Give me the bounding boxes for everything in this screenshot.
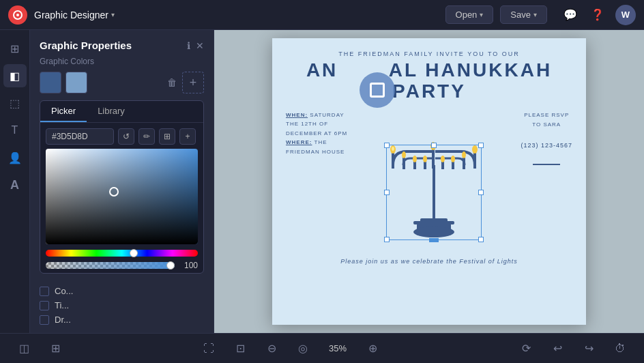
main-area: ⊞ ◧ ⬚ T 👤 A Graphic Properties ℹ ✕ Graph… [0,30,644,333]
svg-point-17 [441,156,445,162]
gradient-bg [46,149,198,244]
undo-history-icon[interactable]: ⟳ [516,338,536,359]
grid-view-icon[interactable]: ⊞ [45,338,65,359]
app-name-chevron: ▾ [111,11,115,18]
opacity-row: 100 [40,258,203,274]
refresh-color-icon[interactable]: ↺ [118,128,134,145]
rail-people-icon[interactable]: 👤 [3,146,27,169]
when-label: WHEN: [286,112,308,118]
option-check-2[interactable] [40,315,49,325]
svg-rect-10 [463,157,465,169]
app-name-button[interactable]: Graphic Designer ▾ [34,10,115,20]
redo-icon[interactable]: ↪ [579,338,599,359]
bottom-toolbar: ◫ ⊞ ⛶ ⊡ ⊖ ◎ 35% ⊕ ⟳ ↩ ↪ ⏱ [0,333,644,363]
option-row-1: Ti... [40,300,204,310]
canvas-title: AN AL HANUKKAH PARTY [272,57,586,102]
zoom-in-icon[interactable]: ⊕ [362,338,383,359]
opacity-slider[interactable] [46,262,175,269]
eyedropper-icon[interactable]: ✏ [138,128,155,145]
color-gradient-area[interactable] [46,149,198,244]
svg-rect-3 [392,151,394,169]
delete-color-icon[interactable]: 🗑 [167,77,177,88]
color-picker-popup: Picker Library ↺ ✏ ⊞ + [40,100,204,274]
svg-rect-2 [433,165,435,220]
tab-library[interactable]: Library [87,101,136,122]
opacity-value: 100 [179,261,198,270]
avatar[interactable]: W [615,5,636,25]
svg-point-13 [402,151,406,158]
selection-container [379,111,488,250]
option-check-0[interactable] [40,287,49,296]
option-row-0: Co... [40,286,204,296]
zoom-out-icon[interactable]: ⊖ [261,338,282,359]
rail-font-icon[interactable]: A [3,173,27,197]
svg-point-14 [413,156,417,162]
icon-rail: ⊞ ◧ ⬚ T 👤 A [0,30,30,333]
rail-properties-icon[interactable]: ◧ [3,64,27,87]
fit-icon[interactable]: ⊡ [230,338,250,359]
rail-layers-icon[interactable]: ⬚ [3,91,27,115]
graphic-colors-label: Graphic Colors [30,57,214,72]
svg-point-1 [16,14,19,16]
where-label: WHERE: [286,139,312,145]
canvas-area[interactable]: The Friedman Family Invite You To Our AN… [214,30,644,333]
topbar-icons: 💬 ❓ W [561,5,636,25]
timer-icon[interactable]: ⏱ [610,338,630,359]
canvas-top-text: The Friedman Family Invite You To Our [272,38,586,57]
comment-icon[interactable]: 💬 [561,5,580,25]
rail-home-icon[interactable]: ⊞ [3,37,27,60]
canvas-title-text: AN AL HANUKKAH PARTY [306,59,552,102]
close-icon[interactable]: ✕ [196,40,204,51]
svg-point-22 [432,143,435,147]
design-canvas: The Friedman Family Invite You To Our AN… [272,38,586,325]
option-row-2: Dr... [40,315,204,325]
hue-thumb [130,249,138,257]
svg-point-21 [392,147,394,151]
open-button[interactable]: Open ▾ [445,5,494,24]
option-label-1: Ti... [55,300,69,310]
app-logo[interactable] [8,5,27,25]
svg-point-20 [472,145,478,154]
hue-slider[interactable] [46,250,198,257]
rail-text-icon[interactable]: T [3,119,27,142]
opacity-fill [46,262,175,269]
tab-picker[interactable]: Picker [40,101,87,122]
grid-icon[interactable]: ⊞ [159,128,175,145]
fullscreen-icon[interactable]: ⛶ [199,338,219,359]
canvas-bottom-text: Please join us as we celebrate the Festi… [272,258,586,272]
zoom-level: 35% [324,343,351,353]
hex-input[interactable] [46,128,114,145]
canvas-icon-circle [360,72,395,108]
gradient-cursor[interactable] [109,187,119,197]
undo-icon[interactable]: ↩ [547,338,568,359]
left-panel: Graphic Properties ℹ ✕ Graphic Colors 🗑 … [30,30,214,333]
hue-slider-row [40,244,203,258]
topbar: Graphic Designer ▾ Open ▾ Save ▾ 💬 ❓ W [0,0,644,30]
option-label-0: Co... [55,286,73,296]
panel-header-icons: ℹ ✕ [187,40,204,51]
layers-icon[interactable]: ◫ [14,338,34,359]
svg-rect-11 [473,151,476,169]
canvas-body: WHEN: SATURDAY THE 12TH OF DECEMBER AT 6… [272,102,586,258]
add-picker-icon[interactable]: + [179,128,196,145]
option-label-2: Dr... [55,315,71,325]
color-swatch-blue[interactable] [40,72,61,93]
color-swatches-row: 🗑 + [30,72,214,100]
app-name-label: Graphic Designer [34,10,108,20]
svg-point-15 [423,156,427,162]
svg-rect-4 [402,157,405,169]
canvas-menorah-area [354,111,514,250]
help-icon[interactable]: ❓ [588,5,607,25]
info-icon[interactable]: ℹ [187,40,190,51]
add-color-button[interactable]: + [182,72,204,93]
svg-point-18 [451,156,455,162]
menorah-svg [379,111,488,247]
option-check-1[interactable] [40,301,49,310]
canvas-icon-inner [370,83,385,98]
svg-point-26 [413,227,454,237]
save-button[interactable]: Save ▾ [500,5,547,24]
options-section: Co... Ti... Dr... [30,280,214,333]
canvas-phone: (123) 123-4567 [521,142,572,149]
color-swatch-light[interactable] [65,72,87,93]
zoom-reset-icon[interactable]: ◎ [293,338,313,359]
